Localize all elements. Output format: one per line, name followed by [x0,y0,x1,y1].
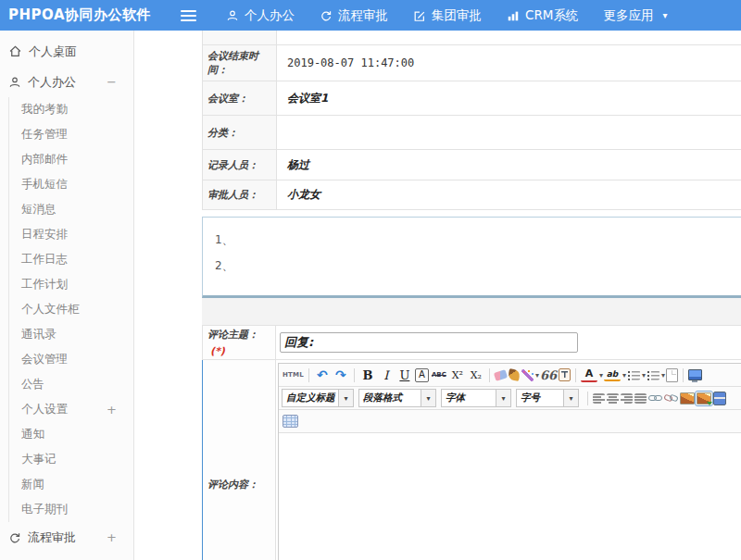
sidebar-item-internal-mail[interactable]: 内部邮件 [9,147,133,172]
meeting-content-panel: 1、2、 [202,217,741,298]
chevron-down-icon[interactable]: ▾ [661,371,665,380]
redo-icon[interactable]: ↷ [333,367,349,383]
sidebar-item-schedule[interactable]: 日程安排 [9,222,133,247]
image-icon[interactable] [680,392,695,404]
sidebar-item-task-management[interactable]: 任务管理 [9,122,133,147]
sidebar-navigation: 个人桌面个人办公−我的考勤任务管理内部邮件手机短信短消息日程安排工作日志工作计划… [0,31,134,560]
unlink-icon[interactable] [664,393,678,403]
chevron-down-icon[interactable]: ▾ [622,371,626,380]
nav-more-apps[interactable]: 更多应用▾ [603,7,667,24]
sidebar-item-personal-desktop[interactable]: 个人桌面 [0,36,133,67]
eraser-icon[interactable] [494,369,508,381]
align-center-icon[interactable] [607,393,619,404]
expand-icon[interactable]: + [107,530,117,544]
toolbar-separator [587,392,588,405]
paste-text-icon[interactable] [559,368,571,381]
sidebar-item-workflow-approval[interactable]: 流程审批+ [0,522,133,553]
font-size-select[interactable]: 字号▾ [516,389,579,407]
sidebar-item-major-events[interactable]: 大事记 [9,447,133,472]
sidebar-item-meeting-management[interactable]: 会议管理 [9,347,133,372]
sidebar-item-work-diary[interactable]: 工作日志 [9,247,133,272]
autotypeset-icon[interactable] [521,369,534,381]
subscript-icon[interactable]: X₂ [468,367,484,383]
select-label: 自定义标题 [283,392,338,404]
html-source-icon[interactable]: HTML [283,367,304,383]
new-doc-icon[interactable] [666,368,678,382]
sidebar-item-label: 通讯录 [21,327,57,342]
dropdown-arrow-icon[interactable]: ▾ [421,390,435,406]
preview-icon[interactable] [688,369,702,380]
font-family-select[interactable]: 字体▾ [441,389,511,407]
nav-item-label: 个人办公 [245,7,295,24]
align-left-icon[interactable] [593,393,605,404]
field-value [277,31,741,44]
rich-text-editor: HTML↶↷BIUAABCX²X₂▾66A▾ab▾▾▾ 自定义标题▾段落格式▾字… [278,363,741,560]
sidebar-item-news[interactable]: 新闻 [9,472,133,497]
nav-workflow-approval[interactable]: 流程审批 [320,7,388,24]
italic-icon[interactable]: I [378,367,395,383]
chevron-down-icon[interactable]: ▾ [535,371,539,380]
underline-icon[interactable]: U [396,367,413,383]
insert-table-icon[interactable] [283,415,298,428]
font-border-icon[interactable]: A [415,368,429,382]
nav-personal-office[interactable]: 个人办公 [226,7,295,24]
sidebar-item-label: 手机短信 [21,177,68,193]
ordered-list-icon[interactable] [627,370,640,380]
detail-row-partial [203,31,741,45]
custom-title-select[interactable]: 自定义标题▾ [282,389,354,407]
nav-item-label: 更多应用 [603,7,653,24]
sidebar-item-e-journal[interactable]: 电子期刊 [9,497,133,522]
dropdown-arrow-icon[interactable]: ▾ [338,390,353,406]
collapse-icon[interactable]: − [107,75,117,89]
sidebar-item-personal-files[interactable]: 个人文件柜 [9,297,133,322]
media-icon[interactable] [713,392,726,405]
superscript-icon[interactable]: X² [449,367,466,383]
dropdown-arrow-icon[interactable]: ▾ [496,390,510,406]
main-content-area: 会议结束时间：2019-08-07 11:47:00会议室：会议室1分类：记录人… [135,31,741,560]
editor-content-area[interactable] [279,433,741,560]
sidebar-item-label: 日程安排 [21,227,68,243]
comment-subject-input[interactable] [280,332,578,353]
sidebar-item-short-message[interactable]: 短消息 [9,197,133,222]
sidebar-item-announcement[interactable]: 公告 [9,372,133,397]
align-justify-icon[interactable] [634,393,647,404]
highlight-color-icon[interactable]: ab [604,368,621,381]
expand-icon[interactable]: + [107,403,117,417]
cycle-icon [320,9,333,22]
paragraph-format-select[interactable]: 段落格式▾ [358,389,436,407]
insert-image-icon[interactable] [697,392,711,404]
sidebar-item-label: 我的考勤 [21,102,68,118]
sidebar-item-label: 公告 [21,377,44,392]
sidebar-item-work-plan[interactable]: 工作计划 [9,272,133,297]
sidebar-item-mobile-sms[interactable]: 手机短信 [9,172,133,197]
comment-content-label-cell: 评论内容： [203,360,276,560]
nav-group-approval[interactable]: 集团审批 [413,7,482,24]
sidebar-item-my-attendance[interactable]: 我的考勤 [9,97,133,122]
field-label: 审批人员： [203,180,277,209]
sidebar-item-label: 内部邮件 [21,152,68,168]
sidebar-item-notice[interactable]: 通知 [9,422,133,447]
field-label [203,31,277,44]
dropdown-arrow-icon[interactable]: ▾ [563,390,578,406]
top-nav-menu: 个人办公流程审批集团审批CRM系统更多应用▾ [226,0,693,31]
sidebar-item-contacts[interactable]: 通讯录 [9,322,133,347]
sidebar-item-personal-office[interactable]: 个人办公− [0,67,133,97]
font-color-icon[interactable]: A [581,368,597,382]
bold-icon[interactable]: B [359,367,376,383]
required-mark: (*) [210,345,225,357]
blockquote-icon[interactable]: 66 [540,367,557,383]
nav-crm-system[interactable]: CRM系统 [507,7,578,24]
format-brush-icon[interactable] [508,368,521,381]
select-label: 段落格式 [359,392,421,404]
menu-toggle-icon[interactable] [180,9,198,22]
align-right-icon[interactable] [621,393,633,404]
chevron-down-icon[interactable]: ▾ [599,371,603,380]
strikethrough-icon[interactable]: ABC [431,367,447,383]
undo-icon[interactable]: ↶ [314,367,331,383]
chevron-down-icon[interactable]: ▾ [642,371,646,380]
link-icon[interactable] [648,393,662,403]
chevron-down-icon: ▾ [662,10,667,20]
application-window: PHPOA协同办公软件 个人办公流程审批集团审批CRM系统更多应用▾ 个人桌面个… [0,0,741,560]
unordered-list-icon[interactable] [647,370,659,380]
sidebar-item-personal-settings[interactable]: 个人设置+ [9,397,133,422]
